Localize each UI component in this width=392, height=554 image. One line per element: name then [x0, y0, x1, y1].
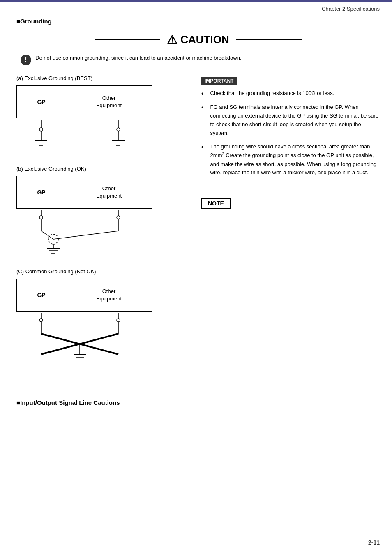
diagram-c-gp-label: GP [17, 279, 66, 311]
svg-point-1 [39, 128, 43, 131]
diagram-b-other-label: OtherEquipment [66, 176, 152, 208]
important-badge: IMPORTANT [201, 77, 237, 85]
grounding-title-text: ■Grounding [16, 18, 52, 25]
caution-banner: ⚠ CAUTION [16, 33, 380, 46]
diagram-c-box: GP OtherEquipment [16, 279, 152, 312]
diagram-c-section: (C) Common Grounding (Not OK) GP OtherEq… [16, 268, 189, 368]
io-title-text: ■Input/Output Signal Line Cautions [16, 399, 120, 406]
diagram-b-ground-svg [16, 210, 152, 256]
main-layout: (a) Exclusive Grounding (BEST) GP OtherE… [16, 75, 380, 379]
grounding-section-title: ■Grounding [16, 18, 380, 25]
note-text-1: Check that the grounding resistance is 1… [210, 89, 334, 98]
caution-note: ! Do not use common grounding, since it … [21, 55, 380, 65]
caution-note-text: Do not use common grounding, since it ca… [35, 55, 242, 61]
note-text-3: The grounding wire should have a cross s… [210, 143, 380, 178]
caution-label: CAUTION [180, 33, 229, 46]
diagram-c-ground-svg [16, 313, 152, 367]
caution-triangle-icon: ⚠ [167, 33, 177, 46]
io-section-title: ■Input/Output Signal Line Cautions [16, 399, 380, 406]
notes-column: IMPORTANT Check that the grounding resis… [197, 75, 380, 379]
chapter-title: Chapter 2 Specifications [0, 2, 392, 14]
diagram-b-box: GP OtherEquipment [16, 176, 152, 209]
note-item-2: FG and SG terminals are internally conne… [201, 103, 380, 137]
notes-list: Check that the grounding resistance is 1… [201, 89, 380, 177]
note-box: NOTE [201, 198, 231, 209]
svg-point-29 [117, 319, 120, 322]
diagram-a-box: GP OtherEquipment [16, 85, 152, 118]
diagram-a-section: (a) Exclusive Grounding (BEST) GP OtherE… [16, 75, 189, 154]
note-text-2: FG and SG terminals are internally conne… [210, 103, 380, 137]
svg-point-13 [39, 216, 43, 219]
note-item-1: Check that the grounding resistance is 1… [201, 89, 380, 98]
diagram-c-label-text: (C) Common Grounding (Not OK) [16, 268, 96, 275]
svg-point-16 [117, 216, 120, 219]
diagram-a-other-label: OtherEquipment [66, 86, 152, 118]
caution-line-left [95, 39, 160, 40]
io-section: ■Input/Output Signal Line Cautions [16, 392, 380, 406]
svg-point-7 [117, 128, 120, 131]
caution-exclamation-icon: ! [21, 55, 31, 65]
svg-line-18 [41, 231, 53, 239]
diagram-a-gp-label: GP [17, 86, 66, 118]
caution-line-right [236, 39, 302, 40]
note-item-3: The grounding wire should have a cross s… [201, 143, 380, 178]
diagram-a-label: (a) Exclusive Grounding (BEST) [16, 75, 189, 81]
caution-heading: ⚠ CAUTION [160, 33, 235, 46]
diagram-b-label: (b) Exclusive Grounding (OK) [16, 166, 189, 172]
diagram-b-label-text: (b) Exclusive Grounding (OK) [16, 166, 86, 172]
page-number: 2-11 [368, 539, 380, 546]
diagrams-column: (a) Exclusive Grounding (BEST) GP OtherE… [16, 75, 189, 379]
footer-line [0, 533, 392, 533]
svg-point-26 [39, 319, 43, 322]
svg-line-19 [53, 231, 118, 239]
diagram-c-other-label: OtherEquipment [66, 279, 152, 311]
diagram-c-label: (C) Common Grounding (Not OK) [16, 268, 189, 275]
diagram-a-ground-svg [16, 120, 152, 153]
diagram-b-section: (b) Exclusive Grounding (OK) GP OtherEqu… [16, 166, 189, 257]
diagram-b-gp-label: GP [17, 176, 66, 208]
diagram-a-label-text: (a) Exclusive Grounding (BEST) [16, 75, 92, 81]
